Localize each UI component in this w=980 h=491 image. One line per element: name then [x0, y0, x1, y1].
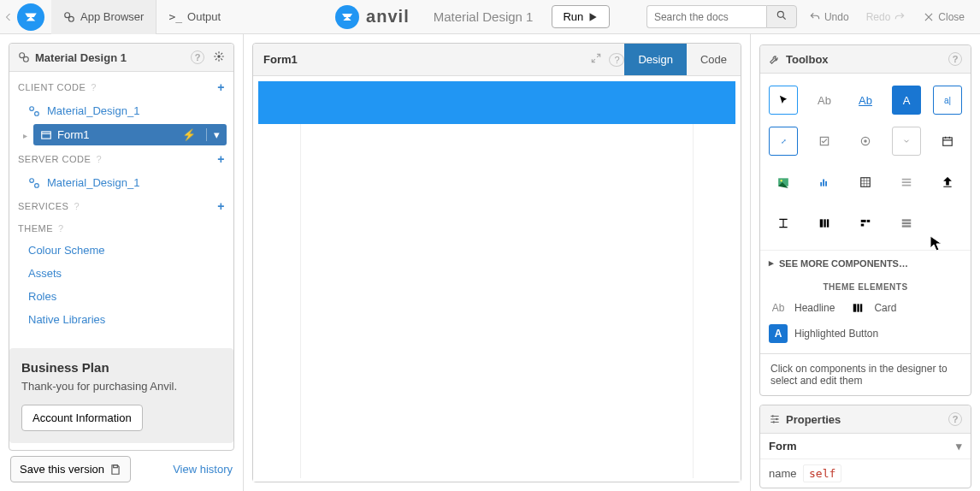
app-browser-tab[interactable]: App Browser: [51, 0, 156, 34]
search-button[interactable]: [766, 5, 797, 28]
design-tab[interactable]: Design: [624, 44, 686, 75]
svg-point-9: [30, 178, 34, 182]
theme-elem-headline[interactable]: Ab Headline: [769, 299, 835, 317]
help-icon[interactable]: ?: [948, 52, 962, 66]
gear-icon[interactable]: [213, 50, 225, 62]
tool-checkbox[interactable]: [810, 127, 839, 156]
svg-rect-25: [861, 220, 866, 222]
tool-linear-panel[interactable]: [892, 209, 921, 238]
form-body[interactable]: [300, 124, 694, 478]
brand-logo-icon: [335, 5, 359, 29]
tool-repeating[interactable]: [892, 168, 921, 197]
svg-rect-28: [902, 219, 912, 221]
caret-right-icon[interactable]: ▸: [23, 131, 27, 140]
tool-data-grid[interactable]: [851, 168, 880, 197]
svg-point-0: [65, 12, 70, 17]
add-service-button[interactable]: +: [217, 199, 225, 213]
svg-rect-20: [825, 181, 827, 186]
grid-icon: [859, 176, 871, 188]
theme-section: THEME ?: [9, 218, 233, 239]
view-history-link[interactable]: View history: [173, 463, 233, 476]
help-icon[interactable]: ?: [948, 412, 962, 426]
account-info-button[interactable]: Account Information: [21, 405, 143, 431]
tool-column-panel[interactable]: [810, 209, 839, 238]
tool-file-loader[interactable]: [933, 168, 962, 197]
close-button[interactable]: Close: [918, 11, 970, 23]
code-tab[interactable]: Code: [687, 44, 741, 75]
design-canvas[interactable]: [253, 76, 741, 482]
toolbox-grid: Ab Ab A a| ⤢: [760, 74, 971, 250]
tool-image[interactable]: [769, 168, 798, 197]
help-icon[interactable]: ?: [609, 53, 624, 67]
help-icon[interactable]: ?: [58, 223, 64, 234]
redo-button[interactable]: Redo: [861, 11, 912, 23]
svg-rect-26: [867, 220, 871, 222]
form-dropdown-button[interactable]: ▾: [206, 128, 220, 141]
svg-point-34: [772, 415, 774, 417]
prop-name-value[interactable]: self: [803, 464, 841, 482]
tool-button[interactable]: A: [892, 86, 921, 115]
tool-datepicker[interactable]: [933, 127, 962, 156]
left-sidebar: Material Design 1 ? CLIENT CODE ? + Mate…: [0, 34, 244, 491]
image-icon: [777, 176, 789, 188]
theme-roles[interactable]: Roles: [9, 285, 233, 308]
anvil-logo-icon[interactable]: [17, 3, 44, 31]
properties-form-section[interactable]: Form ▾: [760, 434, 971, 459]
back-button[interactable]: [0, 11, 14, 23]
search-input[interactable]: [646, 5, 766, 28]
tool-textbox[interactable]: a|: [933, 86, 962, 115]
tool-flow-panel[interactable]: [851, 209, 880, 238]
add-server-button[interactable]: +: [217, 152, 225, 166]
form1-item[interactable]: Form1 ⚡ ▾: [33, 124, 227, 145]
server-package-item[interactable]: Material_Design_1: [9, 171, 233, 194]
upload-icon: [942, 176, 953, 188]
svg-rect-21: [861, 178, 871, 187]
tool-label[interactable]: Ab: [810, 86, 839, 115]
output-tab[interactable]: >_ Output: [156, 0, 233, 34]
checkbox-icon: [818, 135, 830, 147]
theme-label: THEME: [18, 223, 53, 234]
theme-elem-card[interactable]: Card: [848, 299, 896, 317]
svg-point-10: [35, 183, 39, 187]
svg-point-6: [30, 106, 34, 110]
help-icon[interactable]: ?: [91, 82, 97, 92]
form-header: Form1 ? Design Code: [253, 44, 741, 76]
tool-textarea[interactable]: ⤢: [769, 127, 798, 156]
chevron-down-icon: ▾: [956, 440, 962, 453]
theme-elem-highlighted-button[interactable]: A Highlighted Button: [769, 324, 878, 343]
theme-assets[interactable]: Assets: [9, 262, 233, 285]
form-app-bar[interactable]: [258, 81, 735, 124]
server-item-label: Material_Design_1: [47, 176, 139, 189]
theme-colour-scheme[interactable]: Colour Scheme: [9, 239, 233, 262]
plan-title: Business Plan: [21, 360, 221, 375]
form1-label: Form1: [57, 128, 90, 141]
cursor-icon: [777, 94, 789, 106]
tool-radio[interactable]: [851, 127, 880, 156]
save-version-button[interactable]: Save this version: [10, 456, 131, 482]
toolbox-panel: Toolbox ? Ab Ab A a| ⤢: [759, 44, 971, 396]
tool-spacer[interactable]: [769, 209, 798, 238]
help-icon[interactable]: ?: [74, 201, 80, 211]
undo-button[interactable]: Undo: [804, 11, 854, 23]
tool-dropdown[interactable]: [892, 127, 921, 156]
see-more-components[interactable]: ▸ SEE MORE COMPONENTS…: [760, 250, 971, 275]
spacer-icon: [777, 217, 789, 229]
client-package-item[interactable]: Material_Design_1: [9, 99, 233, 122]
package-icon: [28, 105, 40, 117]
help-icon[interactable]: ?: [96, 154, 102, 164]
tool-plot[interactable]: [810, 168, 839, 197]
run-button[interactable]: Run: [552, 5, 610, 28]
tool-pointer[interactable]: [769, 86, 798, 115]
play-icon: [587, 11, 599, 23]
svg-point-7: [35, 111, 39, 115]
expand-icon[interactable]: [583, 52, 609, 67]
theme-native-libraries[interactable]: Native Libraries: [9, 308, 233, 331]
help-icon[interactable]: ?: [191, 50, 204, 64]
right-sidebar: Toolbox ? Ab Ab A a| ⤢: [751, 34, 980, 491]
text-icon: Ab: [769, 299, 788, 317]
card-label: Card: [874, 302, 896, 314]
see-more-label: SEE MORE COMPONENTS…: [779, 258, 908, 269]
add-client-button[interactable]: +: [217, 80, 225, 94]
tool-link[interactable]: Ab: [851, 86, 880, 115]
svg-point-35: [776, 418, 777, 420]
